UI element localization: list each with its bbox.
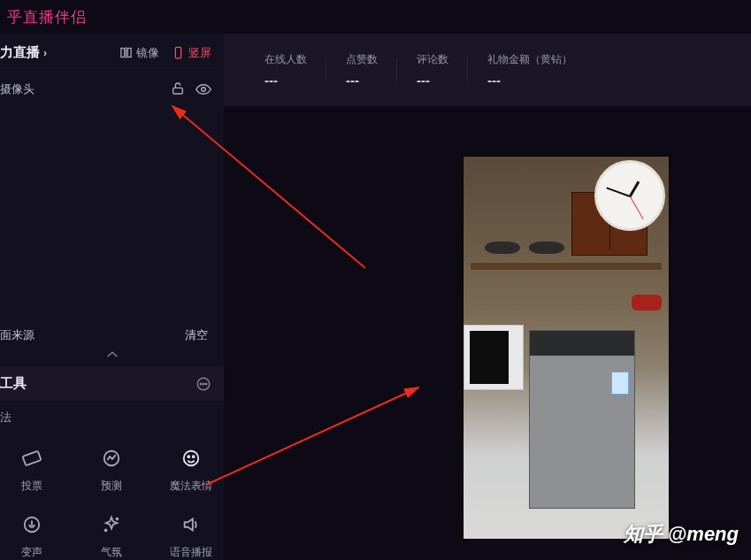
unlock-icon[interactable] [171,81,185,96]
vertical-screen-icon [172,46,185,59]
content-area: 在线人数 --- 点赞数 --- 评论数 --- 礼物金额（黄钻） --- [224,34,751,560]
tool-atmosphere[interactable]: 气氛 [80,510,143,560]
annotation-arrow-2 [197,317,427,494]
sparkle-icon [102,515,121,534]
smile-icon [181,449,201,468]
tool-vote[interactable]: 投票 [0,443,64,494]
trend-icon [102,449,121,468]
svg-point-7 [200,383,202,385]
svg-point-14 [193,456,195,457]
app-title: 乎直播伴侣 [7,7,87,27]
mirror-label: 镜像 [136,45,159,61]
stat-value: --- [487,73,572,88]
mic-icon [22,515,42,534]
tool-grid: 投票 预测 魔法表情 变声 气氛 语音播报 [0,434,224,560]
chevron-up-icon [105,350,119,359]
live-section-title[interactable]: 力直播 › [0,44,47,61]
source-row: 面来源 清空 [0,318,224,350]
camera-label: 摄像头 [0,81,34,97]
stat-label: 礼物金额（黄钻） [487,52,572,67]
play-tab[interactable]: 法 [0,401,224,434]
mirror-icon [119,46,133,59]
more-icon[interactable] [195,376,211,392]
svg-rect-1 [127,49,131,58]
stat-label: 点赞数 [346,52,378,67]
tool-predict[interactable]: 预测 [80,443,143,494]
vertical-label: 竖屏 [188,45,211,61]
tool-label: 魔法表情 [170,479,212,494]
clear-button[interactable]: 清空 [185,327,208,343]
svg-rect-10 [23,451,42,466]
live-section-header: 力直播 › 镜像 竖屏 [0,34,224,73]
vertical-screen-button[interactable]: 竖屏 [172,45,211,61]
svg-line-19 [206,387,418,485]
svg-point-8 [203,383,204,385]
stat-comments: 评论数 --- [397,52,468,88]
stat-value: --- [417,73,448,88]
stat-online: 在线人数 --- [245,52,326,88]
stat-label: 评论数 [417,52,448,67]
stat-gifts: 礼物金额（黄钻） --- [468,52,592,88]
sidebar: 力直播 › 镜像 竖屏 摄像头 面来源 [0,34,224,560]
tool-label: 语音播报 [170,545,212,560]
svg-point-13 [188,456,189,457]
mirror-button[interactable]: 镜像 [119,45,159,61]
tool-label: 预测 [101,479,122,494]
stat-value: --- [346,73,378,88]
tool-label: 气氛 [101,545,122,560]
svg-point-12 [184,451,199,466]
chevron-right-icon: › [43,47,47,59]
tool-voice-change[interactable]: 变声 [0,510,64,560]
source-label: 面来源 [0,327,34,343]
speaker-icon [181,515,201,534]
play-label: 法 [0,410,11,424]
svg-rect-0 [121,49,125,58]
svg-rect-3 [175,47,180,58]
tool-label: 投票 [21,479,42,494]
svg-point-9 [205,383,207,385]
eye-icon[interactable] [195,81,211,97]
stats-bar: 在线人数 --- 点赞数 --- 评论数 --- 礼物金额（黄钻） --- [224,34,751,106]
camera-row[interactable]: 摄像头 [0,73,224,106]
tool-label: 变声 [21,545,42,560]
clock-overlay [594,160,665,231]
stat-likes: 点赞数 --- [326,52,397,88]
title-bar: 乎直播伴侣 [0,0,751,34]
stat-value: --- [264,73,307,88]
tool-voice-broadcast[interactable]: 语音播报 [159,510,223,560]
svg-point-17 [105,530,107,532]
ticket-icon [22,449,42,468]
svg-rect-4 [173,88,183,94]
watermark: 知乎 @meng [624,521,739,548]
collapse-arrow[interactable] [0,350,224,366]
camera-preview[interactable] [463,156,670,540]
tools-header: 工具 [0,366,224,401]
live-title-text: 力直播 [0,44,40,61]
svg-point-5 [202,88,206,92]
tool-magic-emoji[interactable]: 魔法表情 [159,443,223,494]
svg-point-16 [117,518,119,520]
tools-title: 工具 [0,375,27,392]
stat-label: 在线人数 [264,52,307,67]
